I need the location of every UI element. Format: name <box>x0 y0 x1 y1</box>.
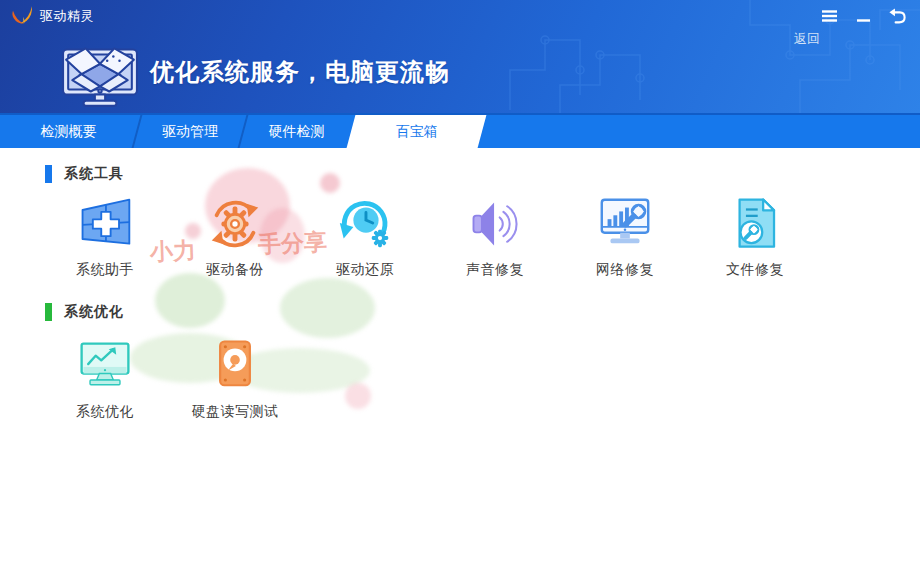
tool-hdd-test[interactable]: 硬盘读写测试 <box>170 335 300 421</box>
section-marker <box>45 303 52 321</box>
tab-toolbox-active[interactable]: 百宝箱 <box>347 115 487 148</box>
tool-label: 驱动还原 <box>336 261 394 279</box>
system-tools-row: 系统助手 <box>40 193 920 279</box>
menu-icon[interactable] <box>820 7 838 25</box>
system-optimize-row: 系统优化 硬盘读写测试 <box>40 335 920 421</box>
app-logo: 驱动精灵 <box>10 4 94 28</box>
tool-sound-repair[interactable]: 声音修复 <box>430 193 560 279</box>
minimize-icon[interactable] <box>854 7 872 25</box>
tab-detection-summary[interactable]: 检测概要 <box>0 115 137 148</box>
back-link[interactable]: 返回 <box>794 30 820 48</box>
tab-bar: 检测概要 驱动管理 硬件检测 百宝箱 <box>0 113 920 148</box>
driver-backup-icon <box>203 193 267 255</box>
header-banner: 驱动精灵 <box>0 0 920 113</box>
tool-label: 系统助手 <box>76 261 134 279</box>
tool-driver-restore[interactable]: 驱动还原 <box>300 193 430 279</box>
system-optimize-icon <box>73 335 137 397</box>
tab-driver-management[interactable]: 驱动管理 <box>137 115 243 148</box>
section-header-system-tools: 系统工具 <box>45 148 920 183</box>
window-controls <box>820 7 910 25</box>
banner-title: 优化系统服务，电脑更流畅 <box>150 56 450 88</box>
tool-label: 系统优化 <box>76 403 134 421</box>
titlebar: 驱动精灵 <box>0 0 920 32</box>
tool-driver-backup[interactable]: 驱动备份 <box>170 193 300 279</box>
tab-hardware-detection[interactable]: 硬件检测 <box>243 115 350 148</box>
network-repair-icon <box>593 193 657 255</box>
section-title: 系统工具 <box>64 165 124 183</box>
driver-genius-logo-icon <box>10 4 34 28</box>
tool-file-repair[interactable]: 文件修复 <box>690 193 820 279</box>
app-title: 驱动精灵 <box>40 7 94 25</box>
toolbox-content: 小力 手分享 系统工具 <box>0 148 920 578</box>
system-assistant-icon <box>73 193 137 255</box>
tool-label: 文件修复 <box>726 261 784 279</box>
driver-restore-icon <box>333 193 397 255</box>
file-repair-icon <box>723 193 787 255</box>
back-arrow-icon[interactable] <box>888 7 906 25</box>
tool-system-optimize[interactable]: 系统优化 <box>40 335 170 421</box>
section-title: 系统优化 <box>64 303 124 321</box>
tool-label: 声音修复 <box>466 261 524 279</box>
tool-label: 网络修复 <box>596 261 654 279</box>
section-marker <box>45 165 52 183</box>
banner-row: 优化系统服务，电脑更流畅 <box>0 30 920 113</box>
section-header-system-optimize: 系统优化 <box>45 279 920 321</box>
driver-genius-window: 驱动精灵 <box>0 0 920 580</box>
tool-network-repair[interactable]: 网络修复 <box>560 193 690 279</box>
tool-label: 驱动备份 <box>206 261 264 279</box>
hdd-test-icon <box>203 335 267 397</box>
sound-repair-icon <box>463 193 527 255</box>
tool-system-assistant[interactable]: 系统助手 <box>40 193 170 279</box>
tool-label: 硬盘读写测试 <box>192 403 279 421</box>
toolbox-monitor-icon <box>56 33 144 111</box>
